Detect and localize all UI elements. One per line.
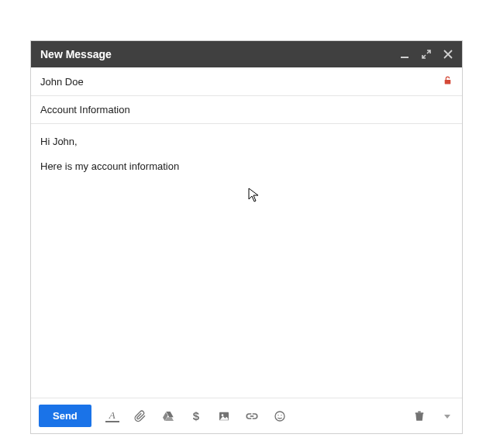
svg-point-5 <box>278 415 278 415</box>
svg-rect-8 <box>418 411 421 412</box>
trash-icon[interactable] <box>412 409 426 423</box>
svg-point-3 <box>221 414 223 416</box>
svg-point-6 <box>281 415 281 415</box>
recipient-field[interactable]: John Doe <box>31 67 462 96</box>
window-controls <box>398 48 454 60</box>
message-body[interactable]: Hi John, Here is my account information <box>31 124 462 398</box>
svg-point-4 <box>275 412 284 421</box>
body-line: Hi John, <box>40 135 453 149</box>
cursor-icon <box>248 188 260 207</box>
compose-window: New Message John Doe <box>30 40 463 434</box>
minimize-icon[interactable] <box>398 48 411 60</box>
svg-rect-7 <box>415 412 424 414</box>
recipient-value: John Doe <box>40 76 84 88</box>
formatting-icon[interactable]: A <box>105 410 119 422</box>
compose-title: New Message <box>40 48 398 60</box>
close-icon[interactable] <box>442 48 454 60</box>
link-icon[interactable] <box>245 409 259 423</box>
compose-toolbar: Send A $ <box>31 398 462 433</box>
attachment-icon[interactable] <box>133 409 147 423</box>
subject-field[interactable]: Account Information <box>31 96 462 124</box>
subject-value: Account Information <box>40 104 130 115</box>
emoji-icon[interactable] <box>273 409 287 423</box>
expand-icon[interactable] <box>420 48 433 60</box>
lock-icon[interactable] <box>443 75 453 88</box>
drive-icon[interactable] <box>161 409 175 423</box>
svg-rect-0 <box>401 57 409 58</box>
more-options-icon[interactable] <box>440 409 454 423</box>
body-line: Here is my account information <box>40 160 453 174</box>
send-button[interactable]: Send <box>39 405 91 427</box>
money-icon[interactable]: $ <box>189 409 203 423</box>
compose-titlebar[interactable]: New Message <box>31 41 462 67</box>
image-icon[interactable] <box>217 409 231 423</box>
svg-rect-1 <box>445 80 451 84</box>
